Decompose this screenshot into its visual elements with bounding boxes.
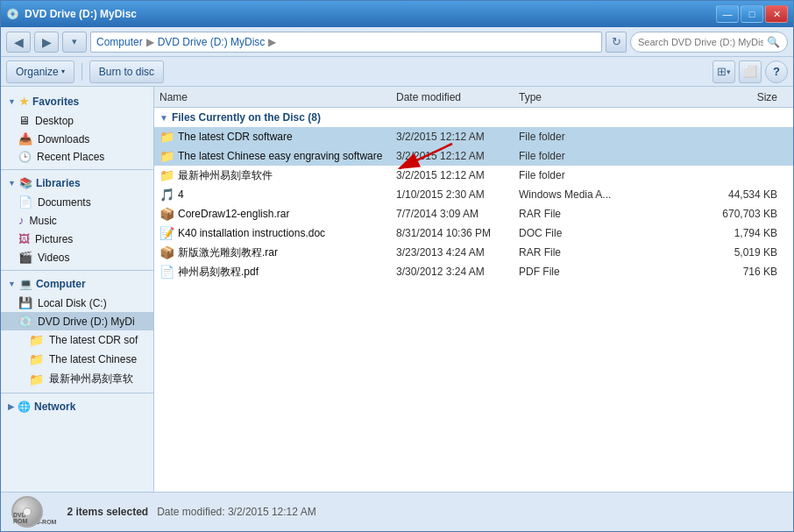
help-button[interactable]: ? (765, 60, 788, 83)
libraries-label: Libraries (36, 177, 81, 189)
sidebar-item-chinese[interactable]: 📁 The latest Chinese (1, 350, 153, 369)
sidebar-item-chinese2[interactable]: 📁 最新神州易刻章软 (1, 369, 153, 389)
maximize-button[interactable]: □ (741, 5, 763, 23)
view-icon: ⊞ (717, 65, 727, 78)
network-label: Network (34, 401, 75, 413)
file-date-cell: 7/7/2014 3:09 AM (396, 208, 519, 220)
sidebar-item-cdr[interactable]: 📁 The latest CDR sof (1, 330, 153, 350)
file-icon: 📝 (160, 226, 174, 240)
minimize-button[interactable]: — (716, 5, 739, 23)
section-triangle-icon[interactable]: ▼ (160, 113, 168, 123)
section-title: Files Currently on the Disc (8) (172, 111, 321, 124)
file-name-cell: 📁The latest Chinese easy engraving softw… (160, 149, 396, 163)
file-name-text: CoreDraw12-english.rar (178, 208, 289, 220)
file-name-text: 4 (178, 188, 184, 201)
table-row[interactable]: 🎵41/10/2015 2:30 AMWindows Media A...44,… (154, 185, 793, 204)
title-bar-left: 💿 DVD Drive (D:) MyDisc (6, 8, 137, 20)
toolbar: Organize ▾ Burn to disc ⊞ ▾ ⬜ ? (1, 57, 793, 87)
file-name-text: 最新神州易刻章软件 (178, 168, 273, 183)
file-size-cell: 5,019 KB (624, 246, 788, 259)
sidebar-pictures-label: Pictures (35, 233, 146, 245)
sidebar-videos-label: Videos (38, 252, 146, 264)
view-button[interactable]: ⊞ ▾ (712, 60, 735, 83)
file-size-cell: 670,703 KB (624, 208, 788, 220)
col-size-header[interactable]: Size (624, 91, 788, 103)
organize-label: Organize (16, 66, 59, 78)
file-date-cell: 3/2/2015 12:12 AM (396, 150, 519, 162)
window-title: DVD Drive (D:) MyDisc (25, 8, 137, 20)
sidebar-item-documents[interactable]: 📄 Documents (1, 193, 153, 211)
file-date-cell: 3/2/2015 12:12 AM (396, 169, 519, 181)
table-row[interactable]: 📦新版激光雕刻教程.rar3/23/2013 4:24 AMRAR File5,… (154, 243, 793, 262)
sidebar-chinese2-label: 最新神州易刻章软 (49, 372, 146, 387)
dvd-drive-icon: 💿 (18, 315, 32, 328)
refresh-button[interactable]: ↻ (606, 32, 627, 53)
sidebar-item-pictures[interactable]: 🖼 Pictures (1, 230, 153, 248)
file-type-cell: File folder (519, 131, 624, 143)
items-selected-count: 2 items selected (67, 506, 148, 518)
main-window: 💿 DVD Drive (D:) MyDisc — □ ✕ ◀ ▶ ▾ Comp… (0, 0, 794, 532)
downloads-icon: 📥 (18, 132, 32, 145)
path-dvd[interactable]: DVD Drive (D:) MyDisc (158, 36, 266, 48)
file-icon: 📁 (160, 149, 174, 163)
status-bar: DVD-ROM DVD-ROM 2 items selected Date mo… (1, 492, 793, 531)
sidebar-item-local-disk[interactable]: 💾 Local Disk (C:) (1, 294, 153, 312)
status-items-selected: 2 items selected Date modified: 3/2/2015… (67, 506, 315, 518)
organize-button[interactable]: Organize ▾ (6, 60, 74, 83)
search-input[interactable] (638, 37, 763, 47)
favorites-arrow-icon: ▼ (8, 97, 16, 106)
sidebar-item-recent-places[interactable]: 🕒 Recent Places (1, 148, 153, 166)
sidebar-favorites-header[interactable]: ▼ ★ Favorites (1, 92, 153, 111)
address-path: Computer ▶ DVD Drive (D:) MyDisc ▶ (96, 36, 278, 48)
search-box[interactable]: 🔍 (630, 32, 788, 53)
sidebar-item-downloads[interactable]: 📥 Downloads (1, 130, 153, 148)
table-row[interactable]: 📦CoreDraw12-english.rar7/7/2014 3:09 AMR… (154, 204, 793, 223)
dropdown-button[interactable]: ▾ (62, 32, 87, 53)
file-type-cell: File folder (519, 169, 624, 181)
sidebar-computer-header[interactable]: ▼ 💻 Computer (1, 274, 153, 294)
back-button[interactable]: ◀ (6, 32, 31, 53)
address-box[interactable]: Computer ▶ DVD Drive (D:) MyDisc ▶ (90, 32, 602, 53)
path-computer[interactable]: Computer (96, 36, 143, 48)
file-type-cell: Windows Media A... (519, 188, 624, 201)
toolbar-separator (82, 63, 82, 81)
dvd-label: DVD-ROM (13, 512, 41, 524)
table-row[interactable]: 📄神州易刻教程.pdf3/30/2012 3:24 AMPDF File716 … (154, 262, 793, 281)
file-type-cell: RAR File (519, 246, 624, 259)
sidebar-item-dvd-drive[interactable]: 💿 DVD Drive (D:) MyDi (1, 312, 153, 330)
col-name-header[interactable]: Name (160, 91, 396, 103)
close-button[interactable]: ✕ (765, 5, 788, 23)
file-icon: 📁 (160, 130, 174, 144)
sidebar-music-label: Music (30, 215, 147, 227)
table-row[interactable]: 📁最新神州易刻章软件3/2/2015 12:12 AMFile folder (154, 166, 793, 185)
favorites-star-icon: ★ (19, 96, 29, 108)
file-name-cell: 📝K40 installation instructions.doc (160, 226, 396, 240)
table-row[interactable]: 📁The latest Chinese easy engraving softw… (154, 146, 793, 166)
layout-button[interactable]: ⬜ (739, 60, 762, 83)
sidebar-documents-label: Documents (38, 196, 146, 209)
sidebar-item-videos[interactable]: 🎬 Videos (1, 248, 153, 266)
path-separator-1: ▶ (146, 36, 154, 48)
file-area: Name Date modified Type Size ▼ Files Cur… (154, 87, 793, 492)
forward-button[interactable]: ▶ (34, 32, 59, 53)
table-row[interactable]: 📝K40 installation instructions.doc8/31/2… (154, 223, 793, 243)
file-type-cell: File folder (519, 150, 624, 162)
file-name-text: 新版激光雕刻教程.rar (178, 245, 278, 260)
chinese-folder-icon: 📁 (29, 352, 44, 366)
col-date-header[interactable]: Date modified (396, 91, 519, 103)
sidebar-item-music[interactable]: ♪ Music (1, 211, 153, 230)
sidebar-network-header[interactable]: ▶ 🌐 Network (1, 397, 153, 416)
sidebar-divider-2 (1, 270, 153, 271)
toolbar-right: ⊞ ▾ ⬜ ? (712, 60, 788, 83)
file-header-row: Name Date modified Type Size (154, 87, 793, 108)
file-date-cell: 3/30/2012 3:24 AM (396, 266, 519, 278)
sidebar-item-desktop[interactable]: 🖥 Desktop (1, 111, 153, 130)
col-type-header[interactable]: Type (519, 91, 624, 103)
file-date-cell: 3/2/2015 12:12 AM (396, 131, 519, 143)
libraries-icon: 📚 (19, 177, 32, 189)
file-type-cell: DOC File (519, 227, 624, 239)
pictures-icon: 🖼 (18, 232, 30, 245)
table-row[interactable]: 📁The latest CDR software3/2/2015 12:12 A… (154, 127, 793, 146)
burn-button[interactable]: Burn to disc (89, 60, 164, 83)
sidebar-libraries-header[interactable]: ▼ 📚 Libraries (1, 174, 153, 193)
